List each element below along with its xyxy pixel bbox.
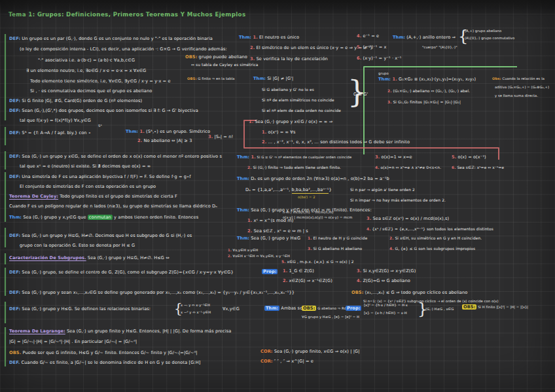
note-line: DEF: Una simetría de F es una aplicación…: [9, 175, 191, 180]
note-line: DEF: Un grupo es un par (G,·), donde G e…: [9, 37, 213, 42]
text-segment: (Sᴬ,∘) es un grupo. Simétrico: [145, 129, 210, 134]
text-segment: DEF:: [9, 290, 20, 295]
text-segment: 1.: [391, 77, 397, 82]
note-line: Thm: Sea (G,·) grupo y x,y∈G que conmuta…: [9, 215, 198, 221]
note-line: OBS: G finito ⇒ en la tabla: [187, 77, 235, 81]
text-segment: DEF.: [9, 360, 20, 365]
note-line: 1. El neutro de H y G coincide: [308, 236, 367, 241]
note-line: COR: Sea (G,·) grupo finito, x∈G ⇒ o(x) …: [260, 349, 360, 355]
note-line: Si , · es conmutativa decimos que el gru…: [30, 89, 152, 94]
text-segment: grupo puede abeliano: [197, 54, 247, 60]
note-line: 4. {xˢ / s∈ℤ} = {e,x,…,xᵐ⁻¹} son todos l…: [367, 227, 493, 232]
note-line: Teorema De Lagrange: Sea (G,·) un grupo …: [9, 329, 231, 334]
note-line: Thm: 1. El neutro es único: [239, 35, 299, 41]
text-segment: Sean (G,·),(G',*) dos grupos, decimos qu…: [20, 108, 198, 113]
note-line: ∀x,y∈G: [223, 307, 240, 312]
text-segment: }: [329, 187, 331, 192]
note-line: 2. (G₁×G₂,·) abeliano ⇔ (G₁,·), (G₂,·) a…: [387, 89, 470, 94]
text-segment: xˢ = x^(s mod m): [252, 218, 293, 223]
text-segment: Si nº de elem simétricos no coincide: [262, 98, 334, 102]
note-line: 3. |Sₙ| = n!: [208, 135, 233, 140]
note-line: OBS: grupo puede abeliano: [185, 55, 247, 60]
text-segment: ⟨x₁,…,xₙ⟩ ≤ G ⇒ todo grupo cíclico es ab…: [363, 290, 467, 295]
note-line: 3. Si G abeliano H abeliano: [308, 247, 362, 251]
note-line: 4. e⁻¹ = e: [357, 34, 379, 39]
text-segment: 1.: [138, 129, 145, 134]
text-segment: e⁻¹ = e: [361, 33, 379, 39]
note-line: G ≇ G': [353, 92, 368, 98]
note-line: 2. x∈Z(G) ⇒ x⁻¹∈Z(G): [283, 279, 332, 284]
note-line: Thm: Sea (G,·) grupo y H≤G: [237, 236, 300, 241]
text-segment: DEF:: [9, 233, 20, 238]
note-line: (o ley de composición interna - LCI), es…: [20, 47, 227, 52]
text-segment: ∀x,y∈G: [223, 306, 240, 312]
text-segment: conmutan: [88, 215, 113, 220]
text-segment: Si G ≅ G' ⇒ nº elementos de cualquier or…: [256, 155, 351, 159]
note-line: Thm: 1. (Sᴬ,∘) es un grupo. Simétrico: [126, 130, 210, 135]
text-segment: o(x)=n ⇔ xⁿ=e ∧ xˢ≠e 0<s<n.: [380, 166, 442, 169]
text-segment: o(baⁱ) = 2: [298, 195, 315, 199]
note-line: DEF: Sean (G,·),(G',*) dos grupos, decim…: [9, 109, 198, 114]
text-segment: Sea (G,·) un grupo y x∈G, se define el o…: [20, 154, 222, 159]
text-segment: DEF:: [9, 98, 20, 103]
note-line: 4. o(x)=n ⇔ xⁿ=e ∧ xˢ≠e 0<s<n.: [375, 166, 441, 170]
text-segment: Thm:: [126, 129, 138, 134]
note-line: "·" asociativa i.e. a·(b·c) = (a·b)·c ∀a…: [38, 58, 135, 63]
note-line: OBS: Si H finito |[x]ᵈ| = |H| = |[x]ᵢ|: [462, 305, 528, 310]
text-segment: DEF:: [9, 270, 20, 275]
text-segment: El neutro de H y G coincide: [312, 236, 368, 240]
text-segment: ⇔ su tabla de Cayley es simétrica: [191, 63, 258, 67]
note-line: x ~ᵢ y ⇔ x·y⁻¹∈H: [181, 304, 210, 308]
text-segment: Si el nº elem de cada orden no coincide: [262, 109, 341, 113]
note-line: tal que f(x·y) = f(x)*f(y) ∀x,y∈G: [20, 118, 91, 124]
text-segment: DEF:: [9, 306, 20, 312]
text-segment: "·" asociativa i.e. a·(b·c) = (a·b)·c ∀a…: [38, 58, 135, 63]
text-segment: "cuerpo" "(A\{0},·)": [422, 45, 457, 49]
note-line: 3. Si x,y∈Z(G) ⇒ x·y∈Z(G): [357, 269, 416, 274]
note-line: aditiva (G₁×G₂,+) = (G₁⊕G₂,+): [495, 86, 549, 90]
note-line: OBS. Puede ser que G infinito, H≤G y G/~…: [9, 351, 198, 356]
note-line: 1. 1_G ∈ Z(G): [283, 269, 314, 274]
note-line: 2. Sea s∈ℤ , xˢ = e ⇔ m | s: [247, 229, 308, 234]
text-segment: Teorema De Lagrange:: [9, 329, 65, 334]
text-segment: Todo grupo finito es el grupo de simetrí…: [58, 194, 177, 199]
text-segment: [x]ᵢ = {x·h / h∈H} = x·H: [364, 311, 407, 315]
note-line: Caracterización De Subgrupos. Sea (G,·) …: [9, 256, 170, 261]
text-segment: Si x∈H, su simétrico en G y en H coincid…: [394, 236, 482, 240]
text-segment: (x⁻¹)⁻¹ = x: [361, 45, 386, 50]
note-line: Si el nº elem de cada orden no coincide: [262, 109, 341, 113]
text-segment: ∃ un elemento neutro, i.e, ∃e∈G / x·e = …: [26, 68, 147, 73]
text-segment: Sea (G,·) grupo y H⊆G, H≠∅. H≤G ⇔: [86, 255, 170, 260]
text-segment: Z(G)=G ⇔ G abeliano: [361, 278, 410, 283]
text-segment: G₁×G₂ ≡ (x₁,x₂)·(y₁,y₂)=(x₁y₁, x₂y₂): [397, 77, 476, 82]
text-segment: [x]ᵈ = {h·x / h∈H} = H·x: [364, 303, 408, 307]
text-segment: (A,+) grupo abeliano: [465, 29, 501, 33]
text-segment: o(x)=1 ⇔ x=e: [380, 154, 412, 160]
text-segment: {xˢ / s∈ℤ} = {e,x,…,xᵐ⁻¹} son todos los …: [371, 227, 493, 231]
note-line: 4. G, {e} ≤ G son los subgrupos impropio…: [389, 247, 475, 251]
text-segment: No abeliano ⇔ |A| ≥ 3: [142, 138, 192, 143]
text-segment: Sea (G,·) grupo, se define el centro de …: [20, 270, 234, 275]
text-segment: Si G finito |G|, #G, Card(G) orden de G …: [20, 98, 142, 103]
text-segment: Si n par ⇒ algún aⁱ tiene orden 2: [350, 188, 415, 192]
text-segment: Prop:: [346, 306, 361, 311]
text-segment: Thm:: [378, 77, 391, 82]
note-line: [x]ᵈ = {h·x / h∈H} = H·x: [364, 304, 408, 308]
text-segment: Sea (G,·) grupo y H≤G. Se definen las re…: [20, 306, 151, 312]
text-segment: Sea (G,·) grupo y x∈G / o(x) = ∞ ⇒: [253, 119, 332, 124]
text-segment: Todo elemento tiene simétrico, i.e, ∀x∈G…: [30, 79, 171, 84]
note-line: grupo: [378, 72, 389, 76]
text-segment: Si , · es conmutativa decimos que el gru…: [30, 88, 152, 94]
note-line: Thm: Dₙ es un grupo de orden 2n (∀n≥3) o…: [237, 177, 389, 182]
note-line: DEF: Sᴬ = {f: A→A / f apl. biy.} con ∘: [9, 131, 91, 136]
note-line: 6. (x·y)⁻¹ = y⁻¹ · x⁻¹: [357, 56, 402, 62]
note-line: y se llama suma directa.: [495, 94, 538, 98]
text-segment: Sea (G,·) grupo y x,y∈G que: [22, 215, 88, 220]
text-segment: Puede ser que G infinito, H≤G y G/~ fini…: [21, 350, 197, 355]
text-segment: Sea (G,·) grupo y sean x₁,…,xₙ∈G se defi…: [20, 290, 295, 295]
text-segment: G abeliano ⇒ RdE: [316, 306, 348, 310]
text-segment: (G₁×G₂,·) abeliano ⇔ (G₁,·), (G₂,·) abel…: [392, 89, 471, 93]
text-segment: x ~ᵢ y ⇔ x·y⁻¹∈H: [181, 303, 210, 307]
text-segment: Thm:: [393, 35, 405, 40]
text-segment: Prop:: [262, 269, 278, 274]
